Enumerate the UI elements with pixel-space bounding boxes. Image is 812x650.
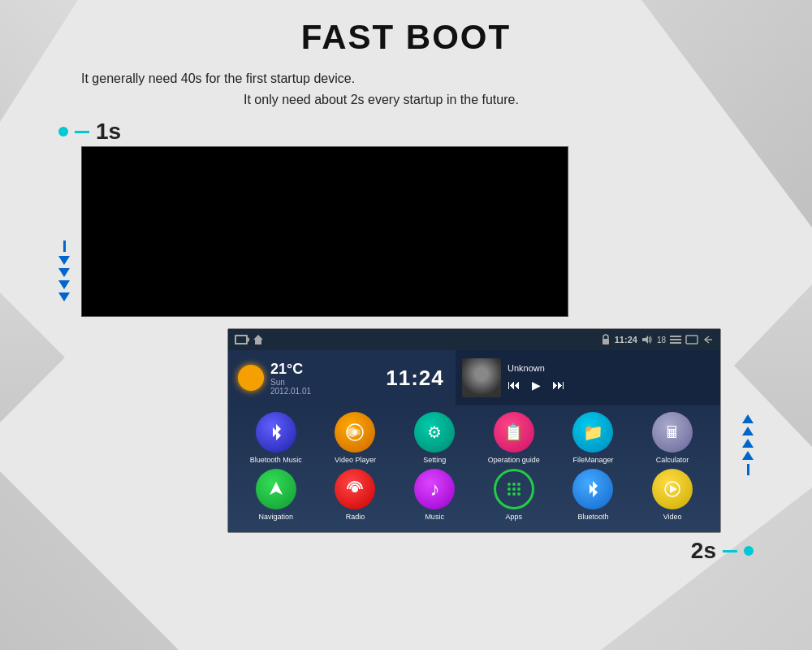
weather-widget: 21°C Sun 2012.01.01 [228, 356, 374, 401]
app-row-2: Navigation Radio ♪ [236, 469, 712, 521]
next-button[interactable]: ⏭ [552, 378, 565, 392]
label-2s: 2s [691, 538, 716, 564]
arrow-down-4 [58, 292, 70, 301]
file-manager-label: FileManager [572, 456, 613, 464]
status-time: 11:24 [615, 335, 637, 344]
album-art-image [462, 358, 501, 397]
svg-marker-0 [253, 335, 263, 344]
status-bar-left [235, 334, 264, 345]
bluetooth-label: Bluetooth [577, 513, 608, 521]
black-screen [81, 146, 568, 317]
temperature: 21°C [270, 361, 311, 378]
svg-point-21 [512, 492, 516, 496]
cyan-dash-2s [723, 550, 737, 552]
svg-point-11 [352, 430, 357, 435]
music-controls: Unknown ⏮ ▶ ⏭ [508, 363, 714, 392]
page-title: FAST BOOT [0, 18, 812, 57]
app-grid: Bluetooth Music Video Player [228, 405, 720, 532]
operation-guide-label: Operation guide [488, 456, 540, 464]
android-screen: 11:24 18 [227, 328, 721, 533]
arrow-down-1 [58, 256, 70, 265]
bluetooth-music-label: Bluetooth Music [250, 456, 302, 464]
cyan-dot [58, 127, 68, 136]
subtitle-line1: It generally need 40s for the first star… [81, 72, 812, 86]
app-file-manager[interactable]: 📁 FileManager [560, 412, 625, 464]
page-content: FAST BOOT It generally need 40s for the … [0, 0, 812, 650]
arrow-down-2 [58, 268, 70, 277]
sun-icon [238, 365, 264, 391]
title-section: FAST BOOT [0, 0, 812, 57]
calculator-label: Calculator [656, 456, 689, 464]
svg-marker-2 [642, 336, 648, 344]
app-apps[interactable]: Apps [482, 469, 546, 521]
boot-label-1s-row: 1s [58, 119, 812, 145]
subtitle-section: It generally need 40s for the first star… [0, 72, 812, 107]
radio-label: Radio [346, 513, 365, 521]
setting-label: Setting [423, 456, 446, 464]
video-label: Video [663, 513, 682, 521]
cyan-dash [75, 131, 89, 133]
home-icon [253, 334, 264, 345]
menu-icon [670, 335, 681, 344]
svg-point-14 [508, 483, 511, 486]
svg-point-16 [517, 483, 520, 486]
file-manager-icon: 📁 [572, 412, 613, 453]
svg-rect-5 [670, 342, 681, 344]
prev-button[interactable]: ⏮ [508, 378, 520, 392]
app-operation-guide[interactable]: 📋 Operation guide [482, 412, 546, 464]
video-icon [652, 469, 693, 509]
date-label: 2012.01.01 [270, 387, 311, 396]
app-navigation[interactable]: Navigation [244, 469, 309, 521]
app-radio[interactable]: Radio [322, 469, 387, 521]
app-calculator[interactable]: 🖩 Calculator [640, 412, 705, 464]
bluetooth-music-icon [256, 412, 296, 453]
svg-rect-4 [670, 339, 681, 340]
app-bluetooth-music[interactable]: Bluetooth Music [244, 412, 309, 464]
screen-icon [685, 335, 698, 344]
subtitle-line2: It only need about 2s every startup in t… [244, 93, 812, 107]
weather-info: 21°C Sun 2012.01.01 [270, 361, 311, 396]
status-bar-right: 11:24 18 [601, 334, 714, 345]
back-icon [702, 335, 714, 344]
app-music[interactable]: ♪ Music [402, 469, 467, 521]
music-widget: Unknown ⏮ ▶ ⏭ [456, 350, 720, 405]
setting-icon: ⚙ [414, 412, 455, 453]
navigation-icon [256, 469, 296, 509]
app-bluetooth[interactable]: Bluetooth [560, 469, 625, 521]
app-row-1: Bluetooth Music Video Player [236, 412, 712, 464]
svg-rect-3 [670, 336, 681, 337]
svg-point-15 [512, 483, 516, 486]
app-setting[interactable]: ⚙ Setting [402, 412, 467, 464]
app-video[interactable]: Video [640, 469, 705, 521]
widget-row: 21°C Sun 2012.01.01 11:24 Unknown [228, 350, 720, 405]
music-icon: ♪ [414, 469, 455, 509]
cyan-dot-2s [744, 546, 754, 556]
apps-label: Apps [506, 513, 523, 521]
clock-widget: 11:24 [374, 366, 456, 391]
svg-point-17 [508, 488, 511, 491]
left-arrows [58, 240, 70, 301]
calculator-icon: 🖩 [652, 412, 693, 453]
album-art [462, 358, 501, 397]
svg-point-18 [512, 488, 516, 491]
video-player-icon [335, 412, 375, 453]
svg-marker-24 [670, 485, 677, 493]
svg-rect-1 [603, 339, 609, 344]
navigation-label: Navigation [259, 513, 294, 521]
svg-marker-12 [270, 482, 283, 495]
apps-icon [494, 469, 534, 509]
playback-controls: ⏮ ▶ ⏭ [508, 378, 714, 392]
lower-section: 11:24 18 [0, 328, 812, 564]
day-label: Sun [270, 378, 311, 387]
label-1s: 1s [96, 119, 121, 145]
bluetooth-icon [572, 469, 613, 509]
svg-point-19 [517, 488, 520, 491]
clock-time: 11:24 [386, 366, 444, 390]
svg-rect-6 [686, 336, 698, 344]
app-video-player[interactable]: Video Player [322, 412, 387, 464]
lock-icon [601, 334, 611, 345]
svg-point-20 [508, 492, 511, 496]
play-button[interactable]: ▶ [532, 379, 541, 392]
boot-label-2s-row: 2s [0, 533, 812, 564]
video-player-label: Video Player [335, 456, 376, 464]
